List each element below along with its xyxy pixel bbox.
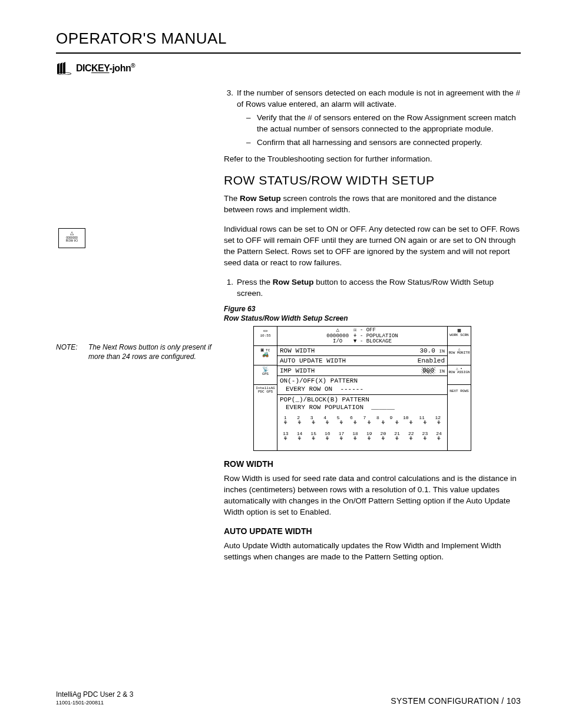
dash-item-b: – Confirm that all harnessing and sensor… <box>246 137 521 149</box>
plant-icon[interactable]: ⚘ <box>409 420 413 426</box>
plant-icon[interactable]: ⚘ <box>437 436 441 442</box>
row-num: 8 <box>376 415 379 420</box>
plant-icon[interactable]: ⚘ <box>395 436 399 442</box>
plant-icon[interactable]: ⚘ <box>284 420 287 426</box>
side-note-text: The Next Rows button is only present if … <box>88 342 218 361</box>
plant-icon[interactable]: ⚘ <box>368 436 371 442</box>
brand-logo: DICKEY-john® <box>56 62 521 75</box>
side-note-label: NOTE: <box>56 342 88 361</box>
list-item-3: 3. If the number of sensors detected on … <box>224 88 521 110</box>
footer-right: SYSTEM CONFIGURATION / 103 <box>391 696 521 706</box>
plant-icon[interactable]: ⚘ <box>423 436 427 442</box>
plant-icon[interactable]: ⚘ <box>353 420 357 426</box>
gps-icon: 📡 GPS <box>254 365 277 385</box>
work-scrn-button[interactable]: ▦ WORK SCRN <box>448 327 471 346</box>
auto-update-heading: AUTO UPDATE WIDTH <box>224 526 521 536</box>
row-setup-para-1: The Row Setup screen controls the rows t… <box>224 193 521 216</box>
refer-paragraph: Refer to the Troubleshooting section for… <box>224 154 521 165</box>
screen-top-legend: △ 0000000 I/O ☒ - OFF ⚘ - POPULATION ▼ -… <box>277 327 447 346</box>
plant-icon[interactable]: ⚘ <box>368 420 371 426</box>
onoff-pattern-block[interactable]: ON(-)/OFF(X) PATTERN EVERY ROW ON ------ <box>277 376 447 394</box>
header-rule <box>56 52 521 54</box>
row-width-field[interactable]: ROW WIDTH 30.0 IN <box>277 346 447 356</box>
row-num: 7 <box>363 415 366 420</box>
plant-icon[interactable]: ⚘ <box>381 420 385 426</box>
plant-icon[interactable]: ⚘ <box>297 436 301 442</box>
side-note: NOTE: The Next Rows button is only prese… <box>56 342 218 361</box>
time-cell: ▭ 10:55 <box>254 327 277 346</box>
row-num: 6 <box>350 415 353 420</box>
popblock-pattern-block[interactable]: POP(_)/BLOCK(B) PATTERN EVERY ROW POPULA… <box>277 395 447 413</box>
plant-icon[interactable]: ⚘ <box>326 436 329 442</box>
dash-item-a: – Verify that the # of sensors entered o… <box>246 113 521 135</box>
brand-icon <box>56 62 72 75</box>
row-setup-para-2: Individual rows can be set to ON or OFF.… <box>224 224 521 269</box>
figure-label: Figure 63 <box>224 305 521 313</box>
section-row-status-heading: ROW STATUS/ROW WIDTH SETUP <box>224 173 521 187</box>
row-monitr-button[interactable]: △ ROW MONITR <box>448 346 471 365</box>
footer-left: IntelliAg PDC User 2 & 3 11001-1501-2008… <box>56 690 133 706</box>
list-item-1: 1. Press the Row Setup button to access … <box>224 277 521 299</box>
row-io-thumbnail-icon: △ 0000000 ROW I/O <box>58 228 85 248</box>
next-rows-button[interactable]: NEXT ROWS <box>448 385 471 450</box>
row-width-heading: ROW WIDTH <box>224 459 521 469</box>
plant-icon[interactable]: ⚘ <box>437 420 441 426</box>
auto-update-width-field[interactable]: AUTO UPDATE WIDTH Enabled <box>277 356 447 366</box>
plant-icon[interactable]: ⚘ <box>312 420 315 426</box>
plant-icon[interactable]: ⚘ <box>423 420 427 426</box>
row-icons-grid: 123456789101112 ⚘⚘⚘⚘⚘⚘⚘⚘⚘⚘⚘⚘ 13141516171… <box>277 413 447 450</box>
imp-width-field[interactable]: IMP WIDTH 900 IN <box>277 366 447 376</box>
row-width-setup-screen: ▭ 10:55 ▣ TC 🚜 📡 GPS IntelliAG PDC GPS <box>253 326 471 451</box>
figure-caption: Row Status/Row Width Setup Screen <box>224 314 521 322</box>
plant-icon[interactable]: ⚘ <box>339 436 343 442</box>
auto-update-paragraph: Auto Update Width automatically updates … <box>224 541 521 563</box>
intelliag-icon: IntelliAG PDC GPS <box>254 385 277 450</box>
row-assign-button[interactable]: △ ▪ ROW ASSIGN <box>448 365 471 385</box>
plant-icon[interactable]: ⚘ <box>395 420 399 426</box>
plant-icon[interactable]: ⚘ <box>297 420 301 426</box>
plant-icon[interactable]: ⚘ <box>312 436 315 442</box>
plant-icon[interactable]: ⚘ <box>326 420 329 426</box>
plant-icon[interactable]: ⚘ <box>409 436 413 442</box>
page-header-title: OPERATOR'S MANUAL <box>56 29 521 48</box>
row-num: 9 <box>389 415 392 420</box>
row-width-paragraph: Row Width is used for seed rate data and… <box>224 473 521 518</box>
brand-text: DICKEY-john® <box>76 62 135 74</box>
tc-icon: ▣ TC 🚜 <box>254 346 277 365</box>
plant-icon[interactable]: ⚘ <box>381 436 385 442</box>
plant-icon[interactable]: ⚘ <box>339 420 343 426</box>
plant-icon[interactable]: ⚘ <box>353 436 357 442</box>
plant-icon[interactable]: ⚘ <box>284 436 287 442</box>
screen-left-icons: ▭ 10:55 ▣ TC 🚜 📡 GPS IntelliAG PDC GPS <box>254 327 277 450</box>
row-num: 10 <box>403 415 409 420</box>
screen-right-icons: ▦ WORK SCRN △ ROW MONITR △ ▪ ROW ASSIGN … <box>447 327 471 450</box>
